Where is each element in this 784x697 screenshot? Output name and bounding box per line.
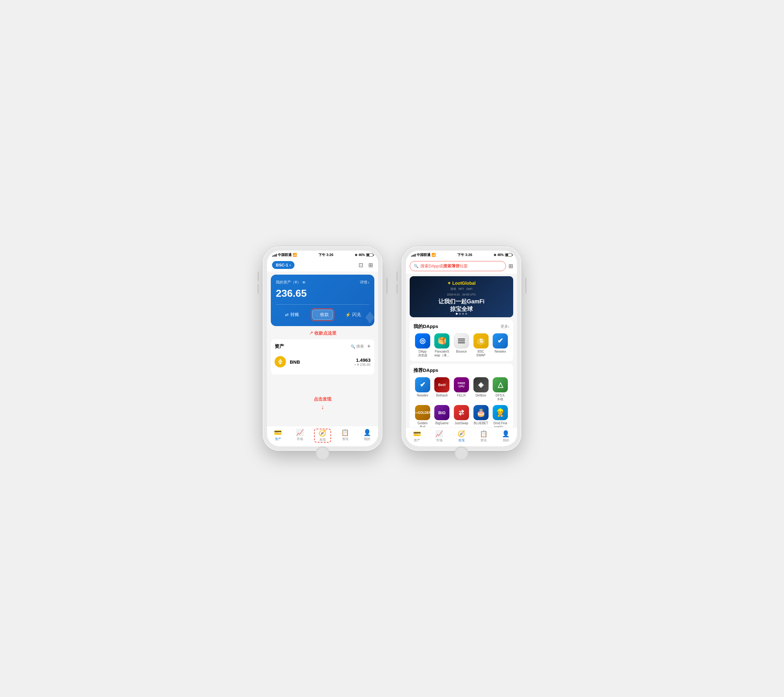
qr-icon[interactable]: ⊞ bbox=[368, 262, 373, 269]
search-input[interactable]: 🔍 搜索DApp或搜索薄饼玩耍 bbox=[410, 261, 506, 271]
location-icon: ⊛ bbox=[355, 253, 357, 257]
right-nav-item-discover[interactable]: 🧭 发现 bbox=[453, 430, 469, 443]
right-phone: 中国联通 📶 下午 3:26 ⊛ 46% bbox=[402, 246, 521, 451]
detail-link[interactable]: 详情 › bbox=[360, 280, 369, 285]
asset-watermark: ⬧ bbox=[362, 300, 374, 326]
detail-arrow: › bbox=[368, 280, 369, 285]
receive-label: 收款 bbox=[320, 312, 329, 318]
discover-annotation-container: 点击发现 ↓ bbox=[267, 377, 378, 413]
discover-nav-label: 发现 bbox=[320, 438, 326, 442]
asset-actions: ⇄ 转账 ↓ 收款 ⚡ 闪兑 bbox=[276, 304, 369, 321]
scan-qr-icon[interactable]: ⊞ bbox=[509, 263, 513, 270]
right-status-bar: 中国联通 📶 下午 3:26 ⊛ 46% bbox=[406, 250, 517, 259]
dapp-name-defibox: Defibox bbox=[476, 394, 486, 397]
network-selector[interactable]: BSC-1 › bbox=[272, 261, 295, 269]
assets-header: 资产 🔍 搜索 + bbox=[275, 343, 371, 350]
dapp-icon-bscswap: ⇅ bbox=[473, 333, 489, 348]
time-label: 下午 3:26 bbox=[318, 252, 333, 257]
my-dapps-more-link[interactable]: 更多 › bbox=[501, 324, 509, 329]
dapp-item-bounce[interactable]: Bounce bbox=[452, 333, 471, 358]
transfer-label: 转账 bbox=[290, 312, 299, 318]
dapp-item-pancake[interactable]: 🥞 PancakeSwap（薄… bbox=[433, 333, 451, 358]
transfer-icon: ⇄ bbox=[285, 312, 289, 317]
profile-nav-label: 我的 bbox=[364, 437, 370, 441]
eye-icon[interactable]: 👁 bbox=[302, 280, 306, 285]
home-button[interactable] bbox=[316, 447, 329, 460]
banner-title: 让我们一起GamFi掠宝全球 bbox=[438, 298, 484, 313]
right-home-button[interactable] bbox=[455, 447, 468, 460]
dapp-item-biggame[interactable]: BiG BigGame bbox=[433, 405, 451, 429]
dapp-icon-goldenbull: TRX&EOS GOLDEN BULL bbox=[415, 405, 430, 420]
nav-item-assets[interactable]: 💳 资产 bbox=[270, 429, 286, 443]
right-nav-item-news[interactable]: 📋 资讯 bbox=[476, 430, 491, 443]
dapp-icon-bethash: Bet# bbox=[434, 377, 450, 392]
dapp-item-dmdfinance[interactable]: 👷 Dmd.Finance(钻… bbox=[491, 405, 509, 429]
dapp-icon-pancake: 🥞 bbox=[434, 333, 450, 348]
transfer-button[interactable]: ⇄ 转账 bbox=[276, 308, 308, 321]
add-token-button[interactable]: + bbox=[367, 343, 371, 350]
right-volume-down-button bbox=[397, 284, 398, 293]
svg-marker-1 bbox=[278, 361, 279, 363]
nav-item-market[interactable]: 📈 市场 bbox=[292, 429, 308, 443]
dapp-item-defibox[interactable]: ◈ Defibox bbox=[472, 377, 490, 401]
dapp-icon-biggame: BiG bbox=[434, 405, 450, 420]
bnb-name: BNB bbox=[290, 359, 354, 364]
right-nav-item-assets[interactable]: 💳 资产 bbox=[409, 430, 425, 443]
more-text: 更多 bbox=[501, 324, 508, 329]
dapp-item-newdex[interactable]: ✔ Newdex bbox=[491, 333, 509, 358]
dapp-item-bscswap[interactable]: ⇅ BSCSWAP bbox=[472, 333, 490, 358]
dapp-name-newdex2: Newdex bbox=[417, 394, 428, 397]
detail-text: 详情 bbox=[360, 280, 367, 285]
dapp-item-bluebet[interactable]: 🎂 BLUEBET bbox=[472, 405, 490, 429]
receive-annotation-row: ↗ 收款点这里 bbox=[271, 329, 374, 336]
bnb-amount: 1.4963 bbox=[354, 358, 371, 363]
right-wifi-icon: 📶 bbox=[432, 253, 436, 257]
right-status-left: 中国联通 📶 bbox=[411, 252, 436, 257]
signal-bar-4 bbox=[276, 254, 277, 257]
right-nav-item-profile[interactable]: 👤 我的 bbox=[498, 430, 514, 443]
scan-icon[interactable]: ⊡ bbox=[359, 262, 363, 269]
assets-search-button[interactable]: 🔍 搜索 bbox=[351, 344, 364, 349]
dapp-item-goldenbull[interactable]: TRX&EOS GOLDEN BULL GoldenBull bbox=[413, 405, 432, 429]
dapp-item-newdex2[interactable]: ✔ Newdex bbox=[413, 377, 432, 401]
right-discover-nav-label: 发现 bbox=[458, 438, 464, 443]
recommended-dapps-row2: TRX&EOS GOLDEN BULL GoldenBull BiG BigGa… bbox=[413, 405, 509, 429]
receive-annotation-area: ↗ 收款点这里 bbox=[267, 329, 378, 336]
right-signal-bar-3 bbox=[413, 254, 414, 257]
recommended-dapps-row1: ✔ Newdex Bet# Bethash FREECPU FELIX bbox=[413, 377, 509, 401]
status-right: ⊛ 46% bbox=[355, 253, 373, 257]
status-left: 中国联通 📶 bbox=[272, 252, 297, 257]
dapp-item-felix[interactable]: FREECPU FELIX bbox=[452, 377, 471, 401]
right-assets-nav-label: 资产 bbox=[414, 438, 420, 443]
battery-icon bbox=[366, 253, 373, 257]
promo-banner[interactable]: ✦ LootGlobal 游戏 NFT DeFi 2020-9-21 04:00… bbox=[410, 276, 513, 317]
dapp-name-bluebet: BLUEBET bbox=[474, 422, 488, 425]
search-icon: 🔍 bbox=[351, 344, 356, 349]
nav-item-profile[interactable]: 👤 我的 bbox=[359, 429, 375, 443]
header-icons: ⊡ ⊞ bbox=[359, 262, 373, 269]
signal-bar-1 bbox=[272, 256, 273, 257]
dapp-icon-defibox: ◈ bbox=[473, 377, 489, 392]
search-label: 搜索 bbox=[356, 344, 364, 349]
dapp-item-bethash[interactable]: Bet# Bethash bbox=[433, 377, 451, 401]
right-profile-nav-icon: 👤 bbox=[502, 430, 510, 438]
receive-button[interactable]: ↓ 收款 bbox=[312, 310, 333, 320]
my-dapps-title: 我的DApps bbox=[413, 323, 438, 330]
dapp-name-bethash: Bethash bbox=[436, 394, 448, 397]
signal-bar-3 bbox=[275, 254, 275, 257]
right-battery-fill bbox=[506, 254, 508, 256]
recommended-dapps-title: 推荐DApps bbox=[413, 367, 438, 374]
discover-dashed-box: 🧭 发现 bbox=[314, 429, 331, 443]
dapp-item-browser[interactable]: ◎ DApp浏览器 bbox=[413, 333, 432, 358]
discover-annotation-text: 点击发现 bbox=[267, 397, 378, 402]
dapp-item-justswap[interactable]: JustSwap bbox=[452, 405, 471, 429]
dapp-item-dfs[interactable]: △ DFS大丰收 bbox=[491, 377, 509, 401]
right-nav-item-market[interactable]: 📈 市场 bbox=[432, 430, 447, 443]
news-nav-label: 资讯 bbox=[342, 437, 348, 441]
banner-tags: 游戏 NFT DeFi bbox=[438, 287, 484, 291]
svg-marker-2 bbox=[281, 361, 282, 363]
nav-item-discover[interactable]: 🧭 发现 bbox=[315, 429, 331, 442]
signal-bar-2 bbox=[273, 255, 274, 257]
nav-item-news[interactable]: 📋 资讯 bbox=[338, 429, 353, 443]
bnb-token-row[interactable]: BNB 1.4963 ≈ ¥ 236.65 bbox=[275, 353, 371, 371]
